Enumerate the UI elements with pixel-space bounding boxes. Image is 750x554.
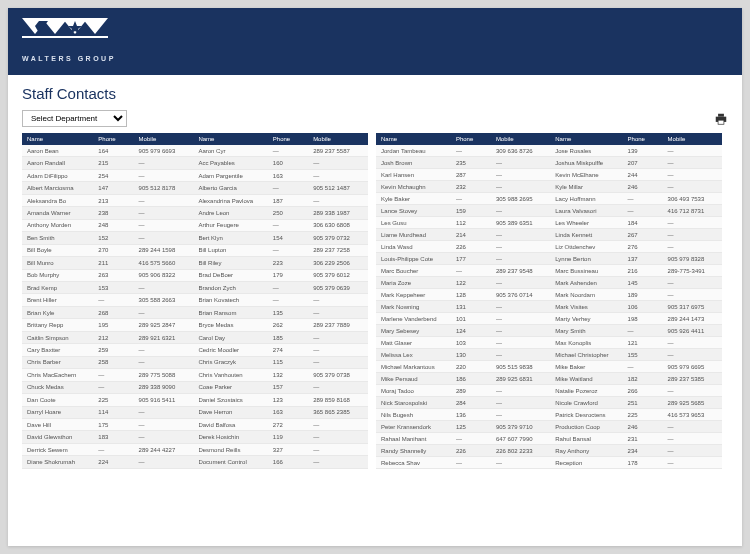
table-row[interactable]: Mark Nowning131—Mark Visites106905 317 6… bbox=[376, 301, 722, 313]
table-row[interactable]: Mary Sebesey124—Mary Smith—905 926 4411 bbox=[376, 325, 722, 337]
table-cell: Chris Graczyk bbox=[193, 356, 267, 368]
table-cell: — bbox=[623, 361, 663, 373]
table-cell: Aleksandra Bo bbox=[22, 194, 93, 206]
table-row[interactable]: Brent Hiller—305 588 2663Brian Kovatech—… bbox=[22, 294, 368, 306]
table-row[interactable]: Karl Hansen287—Kevin McElhane244— bbox=[376, 169, 722, 181]
table-row[interactable]: Chris Barber258—Chris Graczyk115— bbox=[22, 356, 368, 368]
table-cell: 189 bbox=[623, 289, 663, 301]
table-row[interactable]: Caitlin Simpson212289 921 6321Carol Day1… bbox=[22, 331, 368, 343]
table-row[interactable]: Melissa Lex130—Michael Christopher155— bbox=[376, 349, 722, 361]
table-row[interactable]: Mike Persaud186289 925 6831Mike Waitland… bbox=[376, 373, 722, 385]
table-row[interactable]: Rebecca Shav——Reception178— bbox=[376, 457, 722, 469]
table-row[interactable]: Anthony Morden248—Arthur Feugere—306 630… bbox=[22, 219, 368, 231]
col-header[interactable]: Mobile bbox=[491, 133, 550, 145]
table-row[interactable]: Bob Murphy263905 906 8322Brad DeBoer1799… bbox=[22, 269, 368, 281]
table-row[interactable]: Peter Kransendork125905 379 9710Producti… bbox=[376, 421, 722, 433]
table-cell: Coae Parker bbox=[193, 381, 267, 393]
table-row[interactable]: Dave Hill175—David Balfosa272— bbox=[22, 418, 368, 430]
table-row[interactable]: Derrick Sewem—289 244 4227Desmond Reills… bbox=[22, 443, 368, 455]
department-select[interactable]: Select Department bbox=[22, 110, 127, 127]
table-row[interactable]: Louis-Philippe Cote177—Lynne Berton13790… bbox=[376, 253, 722, 265]
table-row[interactable]: Bill Boyle270289 244 1598Bill Lupton—289… bbox=[22, 244, 368, 256]
table-row[interactable]: Brian Kyle268—Brian Ransom135— bbox=[22, 306, 368, 318]
table-cell: Mary Smith bbox=[550, 325, 622, 337]
table-cell: 225 bbox=[623, 409, 663, 421]
svg-rect-7 bbox=[718, 113, 724, 116]
table-row[interactable]: Linda Wasd226—Liz Ottdenchev276— bbox=[376, 241, 722, 253]
table-cell: 163 bbox=[268, 406, 308, 418]
table-row[interactable]: Matt Glaser103—Max Konoplis121— bbox=[376, 337, 722, 349]
table-row[interactable]: Bill Munro211416 575 5660Bill Riley22330… bbox=[22, 257, 368, 269]
table-cell: 231 bbox=[623, 433, 663, 445]
table-row[interactable]: Chris MacEachern—289 775 5088Chris Vanho… bbox=[22, 369, 368, 381]
table-row[interactable]: Aleksandra Bo213—Alexandrina Pavlova187— bbox=[22, 194, 368, 206]
col-header[interactable]: Name bbox=[376, 133, 451, 145]
table-cell: — bbox=[663, 277, 722, 289]
table-row[interactable]: Amanda Warner238—Andre Leon250289 338 19… bbox=[22, 207, 368, 219]
table-cell: 248 bbox=[93, 219, 133, 231]
table-row[interactable]: Adam DiFilippo254—Adam Pargentile163— bbox=[22, 169, 368, 181]
col-header[interactable]: Name bbox=[550, 133, 622, 145]
table-cell: 289 237 5587 bbox=[308, 145, 368, 157]
table-row[interactable]: Maria Zoze122—Mark Ashenden145— bbox=[376, 277, 722, 289]
table-row[interactable]: Lance Stovey159—Laura Valvasori—416 712 … bbox=[376, 205, 722, 217]
table-row[interactable]: Brittany Repp195289 925 2847Bryce Medas2… bbox=[22, 319, 368, 331]
col-header[interactable]: Phone bbox=[93, 133, 133, 145]
table-cell: Brent Hiller bbox=[22, 294, 93, 306]
table-row[interactable]: Marc Boucher—289 237 9548Marc Bussineau2… bbox=[376, 265, 722, 277]
table-row[interactable]: Les Gusu112905 389 6351Les Wheeler184— bbox=[376, 217, 722, 229]
table-cell: — bbox=[491, 397, 550, 409]
table-cell: — bbox=[93, 381, 133, 393]
table-cell: 289 338 9090 bbox=[134, 381, 194, 393]
table-cell: Darryl Hoare bbox=[22, 406, 93, 418]
table-row[interactable]: David Glewsthon183—Derek Hosichin119— bbox=[22, 431, 368, 443]
table-row[interactable]: Kyle Baker—305 988 2695Lacy Hoffmann—306… bbox=[376, 193, 722, 205]
table-row[interactable]: Nils Bugesh136—Patrick Desroctens225416 … bbox=[376, 409, 722, 421]
tables-wrap: NamePhoneMobileNamePhoneMobile Aaron Bea… bbox=[22, 133, 728, 469]
print-icon[interactable] bbox=[714, 113, 728, 125]
table-row[interactable]: Moraj Tadoo289—Natalie Pozeroz266— bbox=[376, 385, 722, 397]
svg-rect-5 bbox=[22, 36, 108, 38]
table-row[interactable]: Kevin Mchaughn232—Kyle Millar246— bbox=[376, 181, 722, 193]
logo-mark bbox=[22, 18, 108, 52]
table-cell: — bbox=[308, 356, 368, 368]
col-header[interactable]: Mobile bbox=[663, 133, 722, 145]
table-cell: 128 bbox=[451, 289, 491, 301]
col-header[interactable]: Name bbox=[22, 133, 93, 145]
table-row[interactable]: Ben Smith152—Bert Klyn154905 379 0732 bbox=[22, 232, 368, 244]
table-row[interactable]: Michael Markantous220905 515 9838Mike Ba… bbox=[376, 361, 722, 373]
table-row[interactable]: Marlene Vanderbend101—Marty Verhey198289… bbox=[376, 313, 722, 325]
table-cell: — bbox=[308, 331, 368, 343]
table-cell: — bbox=[663, 289, 722, 301]
table-row[interactable]: Nick Starospolski284—Nicole Crawford2512… bbox=[376, 397, 722, 409]
table-cell: Marc Bussineau bbox=[550, 265, 622, 277]
table-row[interactable]: Aaron Bean164905 979 6693Aaron Cyr—289 2… bbox=[22, 145, 368, 157]
table-row[interactable]: Dan Coote225905 916 5411Daniel Szostaics… bbox=[22, 394, 368, 406]
col-header[interactable]: Phone bbox=[451, 133, 491, 145]
table-cell: 289 859 8168 bbox=[308, 394, 368, 406]
table-cell: 131 bbox=[451, 301, 491, 313]
table-row[interactable]: Josh Brown235—Joshua Miskpulffe207— bbox=[376, 157, 722, 169]
col-header[interactable]: Phone bbox=[623, 133, 663, 145]
col-header[interactable]: Mobile bbox=[134, 133, 194, 145]
table-row[interactable]: Brad Kemp153—Brandon Zych—905 379 0639 bbox=[22, 281, 368, 293]
table-cell: — bbox=[268, 281, 308, 293]
table-row[interactable]: Albert Marciosma147905 512 8178Alberto G… bbox=[22, 182, 368, 194]
col-header[interactable]: Phone bbox=[268, 133, 308, 145]
table-cell: Max Konoplis bbox=[550, 337, 622, 349]
table-row[interactable]: Diane Shokrumah224—Document Control166— bbox=[22, 456, 368, 469]
col-header[interactable]: Name bbox=[193, 133, 267, 145]
table-cell: Joshua Miskpulffe bbox=[550, 157, 622, 169]
table-row[interactable]: Rahaal Manihant—647 607 7990Rahul Bansal… bbox=[376, 433, 722, 445]
table-row[interactable]: Chuck Medas—289 338 9090Coae Parker157— bbox=[22, 381, 368, 393]
table-row[interactable]: Mark Keppeheer128905 376 0714Mark Noorda… bbox=[376, 289, 722, 301]
table-row[interactable]: Randy Shannelly226226 802 2233Ray Anthon… bbox=[376, 445, 722, 457]
table-row[interactable]: Aaron Randall215—Acc Payables160— bbox=[22, 157, 368, 169]
table-row[interactable]: Liame Murdhead214—Linda Kennett267— bbox=[376, 229, 722, 241]
col-header[interactable]: Mobile bbox=[308, 133, 368, 145]
table-row[interactable]: Cary Baxtter259—Cedric Moodler274— bbox=[22, 344, 368, 356]
table-row[interactable]: Jordan Tambeau—309 636 8726Jose Rosales1… bbox=[376, 145, 722, 157]
table-cell: 186 bbox=[451, 373, 491, 385]
table-cell: Moraj Tadoo bbox=[376, 385, 451, 397]
table-row[interactable]: Darryl Hoare114—Dave Herron163365 865 23… bbox=[22, 406, 368, 418]
